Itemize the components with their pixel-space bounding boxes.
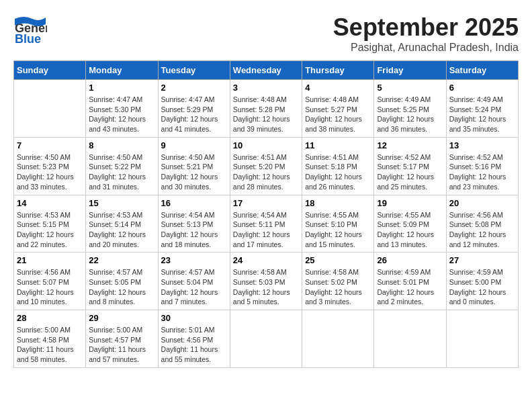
day-number: 7 [17, 140, 83, 150]
day-info: Sunrise: 5:00 AMSunset: 4:57 PMDaylight:… [89, 325, 154, 365]
month-title: September 2025 [333, 13, 519, 42]
day-number: 2 [161, 83, 227, 93]
calendar-cell: 29Sunrise: 5:00 AMSunset: 4:57 PMDayligh… [86, 310, 158, 368]
calendar-cell: 3Sunrise: 4:48 AMSunset: 5:28 PMDaylight… [230, 80, 302, 138]
calendar-cell [446, 310, 518, 368]
day-info: Sunrise: 4:48 AMSunset: 5:27 PMDaylight:… [305, 95, 371, 134]
day-number: 18 [305, 198, 371, 208]
calendar-cell: 20Sunrise: 4:56 AMSunset: 5:08 PMDayligh… [446, 195, 518, 253]
day-number: 23 [161, 255, 227, 265]
calendar-cell: 17Sunrise: 4:54 AMSunset: 5:11 PMDayligh… [230, 195, 302, 253]
day-number: 17 [233, 198, 299, 208]
column-header-tuesday: Tuesday [158, 61, 230, 80]
column-header-friday: Friday [374, 61, 446, 80]
day-info: Sunrise: 4:55 AMSunset: 5:10 PMDaylight:… [305, 210, 371, 250]
logo: General Blue [13, 13, 48, 47]
week-row-1: 1Sunrise: 4:47 AMSunset: 5:30 PMDaylight… [14, 80, 519, 138]
week-row-5: 28Sunrise: 5:00 AMSunset: 4:58 PMDayligh… [14, 310, 519, 368]
calendar-cell: 8Sunrise: 4:50 AMSunset: 5:22 PMDaylight… [86, 137, 158, 195]
column-header-saturday: Saturday [446, 61, 518, 80]
calendar-cell: 12Sunrise: 4:52 AMSunset: 5:17 PMDayligh… [374, 137, 446, 195]
location: Pasighat, Arunachal Pradesh, India [333, 42, 519, 54]
day-info: Sunrise: 4:52 AMSunset: 5:17 PMDaylight:… [377, 152, 443, 192]
calendar-cell [14, 80, 86, 138]
day-info: Sunrise: 4:51 AMSunset: 5:18 PMDaylight:… [305, 152, 371, 192]
day-number: 10 [233, 140, 299, 150]
day-info: Sunrise: 4:54 AMSunset: 5:11 PMDaylight:… [233, 210, 299, 250]
calendar-cell: 21Sunrise: 4:56 AMSunset: 5:07 PMDayligh… [14, 253, 86, 310]
day-number: 27 [449, 255, 515, 265]
day-number: 1 [89, 83, 154, 93]
calendar-cell: 27Sunrise: 4:59 AMSunset: 5:00 PMDayligh… [446, 253, 518, 310]
day-number: 6 [449, 83, 515, 93]
calendar-cell: 1Sunrise: 4:47 AMSunset: 5:30 PMDaylight… [86, 80, 158, 138]
day-number: 21 [17, 255, 83, 265]
logo-icon: General Blue [13, 13, 47, 47]
day-info: Sunrise: 4:48 AMSunset: 5:28 PMDaylight:… [233, 95, 299, 134]
calendar-cell: 10Sunrise: 4:51 AMSunset: 5:20 PMDayligh… [230, 137, 302, 195]
day-number: 26 [377, 255, 443, 265]
day-info: Sunrise: 4:47 AMSunset: 5:29 PMDaylight:… [161, 95, 227, 134]
day-number: 20 [449, 198, 515, 208]
calendar-cell: 24Sunrise: 4:58 AMSunset: 5:03 PMDayligh… [230, 253, 302, 310]
calendar-cell: 11Sunrise: 4:51 AMSunset: 5:18 PMDayligh… [302, 137, 374, 195]
calendar-cell: 25Sunrise: 4:58 AMSunset: 5:02 PMDayligh… [302, 253, 374, 310]
day-info: Sunrise: 4:50 AMSunset: 5:21 PMDaylight:… [161, 152, 227, 192]
week-row-2: 7Sunrise: 4:50 AMSunset: 5:23 PMDaylight… [14, 137, 519, 195]
calendar-cell: 28Sunrise: 5:00 AMSunset: 4:58 PMDayligh… [14, 310, 86, 368]
day-number: 3 [233, 83, 299, 93]
day-number: 28 [17, 313, 83, 323]
day-number: 24 [233, 255, 299, 265]
day-number: 22 [89, 255, 154, 265]
day-info: Sunrise: 4:59 AMSunset: 5:00 PMDaylight:… [449, 267, 515, 307]
day-info: Sunrise: 4:49 AMSunset: 5:24 PMDaylight:… [449, 95, 515, 134]
day-info: Sunrise: 4:56 AMSunset: 5:08 PMDaylight:… [449, 210, 515, 250]
day-number: 29 [89, 313, 154, 323]
calendar-cell: 6Sunrise: 4:49 AMSunset: 5:24 PMDaylight… [446, 80, 518, 138]
calendar-cell [230, 310, 302, 368]
day-number: 25 [305, 255, 371, 265]
day-info: Sunrise: 4:54 AMSunset: 5:13 PMDaylight:… [161, 210, 227, 250]
calendar-cell: 15Sunrise: 4:53 AMSunset: 5:14 PMDayligh… [86, 195, 158, 253]
day-info: Sunrise: 4:59 AMSunset: 5:01 PMDaylight:… [377, 267, 443, 307]
day-number: 19 [377, 198, 443, 208]
calendar-cell: 19Sunrise: 4:55 AMSunset: 5:09 PMDayligh… [374, 195, 446, 253]
day-number: 5 [377, 83, 443, 93]
day-info: Sunrise: 5:01 AMSunset: 4:56 PMDaylight:… [161, 325, 227, 365]
calendar-cell: 23Sunrise: 4:57 AMSunset: 5:04 PMDayligh… [158, 253, 230, 310]
calendar-cell: 9Sunrise: 4:50 AMSunset: 5:21 PMDaylight… [158, 137, 230, 195]
calendar-cell: 5Sunrise: 4:49 AMSunset: 5:25 PMDaylight… [374, 80, 446, 138]
day-info: Sunrise: 4:56 AMSunset: 5:07 PMDaylight:… [17, 267, 83, 307]
day-info: Sunrise: 4:50 AMSunset: 5:22 PMDaylight:… [89, 152, 154, 192]
day-info: Sunrise: 4:55 AMSunset: 5:09 PMDaylight:… [377, 210, 443, 250]
day-info: Sunrise: 4:51 AMSunset: 5:20 PMDaylight:… [233, 152, 299, 192]
day-number: 13 [449, 140, 515, 150]
page-header: General Blue September 2025 Pasighat, Ar… [13, 13, 519, 54]
calendar-header-row: SundayMondayTuesdayWednesdayThursdayFrid… [14, 61, 519, 80]
week-row-3: 14Sunrise: 4:53 AMSunset: 5:15 PMDayligh… [14, 195, 519, 253]
day-number: 14 [17, 198, 83, 208]
column-header-monday: Monday [86, 61, 158, 80]
calendar-cell: 18Sunrise: 4:55 AMSunset: 5:10 PMDayligh… [302, 195, 374, 253]
calendar-table: SundayMondayTuesdayWednesdayThursdayFrid… [13, 60, 519, 368]
calendar-cell: 22Sunrise: 4:57 AMSunset: 5:05 PMDayligh… [86, 253, 158, 310]
calendar-cell: 26Sunrise: 4:59 AMSunset: 5:01 PMDayligh… [374, 253, 446, 310]
day-number: 15 [89, 198, 154, 208]
column-header-thursday: Thursday [302, 61, 374, 80]
calendar-cell: 4Sunrise: 4:48 AMSunset: 5:27 PMDaylight… [302, 80, 374, 138]
day-info: Sunrise: 4:47 AMSunset: 5:30 PMDaylight:… [89, 95, 154, 134]
day-info: Sunrise: 4:57 AMSunset: 5:04 PMDaylight:… [161, 267, 227, 307]
day-info: Sunrise: 4:50 AMSunset: 5:23 PMDaylight:… [17, 152, 83, 192]
day-info: Sunrise: 4:58 AMSunset: 5:03 PMDaylight:… [233, 267, 299, 307]
day-info: Sunrise: 4:57 AMSunset: 5:05 PMDaylight:… [89, 267, 154, 307]
calendar-cell: 30Sunrise: 5:01 AMSunset: 4:56 PMDayligh… [158, 310, 230, 368]
day-number: 9 [161, 140, 227, 150]
calendar-cell: 16Sunrise: 4:54 AMSunset: 5:13 PMDayligh… [158, 195, 230, 253]
calendar-cell: 14Sunrise: 4:53 AMSunset: 5:15 PMDayligh… [14, 195, 86, 253]
week-row-4: 21Sunrise: 4:56 AMSunset: 5:07 PMDayligh… [14, 253, 519, 310]
day-info: Sunrise: 4:53 AMSunset: 5:15 PMDaylight:… [17, 210, 83, 250]
calendar-cell: 2Sunrise: 4:47 AMSunset: 5:29 PMDaylight… [158, 80, 230, 138]
day-info: Sunrise: 5:00 AMSunset: 4:58 PMDaylight:… [17, 325, 83, 365]
column-header-wednesday: Wednesday [230, 61, 302, 80]
title-block: September 2025 Pasighat, Arunachal Prade… [333, 13, 519, 54]
